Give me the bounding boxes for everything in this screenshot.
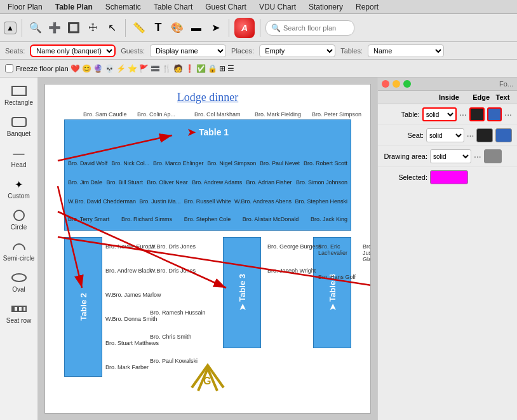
panel-drawing-select[interactable]: solid xyxy=(430,149,471,163)
t1-g16: W.Bro. Andreas Abens xyxy=(234,198,292,205)
sidebar-item-head[interactable]: — Head xyxy=(2,144,36,171)
toolbar: ▲ 🔍 ➕ 🔲 ☩ ↖ 📏 T 🎨 ▬ ➤ A 🔍 xyxy=(0,14,517,42)
window-minimize-button[interactable] xyxy=(393,80,400,88)
emoji-utensils[interactable]: 🍴 xyxy=(162,64,171,73)
panel-table-color2[interactable] xyxy=(487,107,502,121)
freeze-checkbox[interactable] xyxy=(5,64,13,72)
panel-seat-color2[interactable] xyxy=(495,128,512,142)
zoom-out-button[interactable]: 🔍 xyxy=(27,20,44,36)
oval-shape-icon xyxy=(10,271,29,285)
t4-guests: Bro. Justin Glass xyxy=(363,243,371,280)
panel-table-select[interactable]: solid xyxy=(422,107,457,121)
sidebar-rectangle-label: Rectangle xyxy=(4,99,33,106)
menu-floor-plan[interactable]: Floor Plan xyxy=(5,1,45,13)
arrow-button[interactable]: ➤ xyxy=(207,20,224,36)
canvas-area[interactable]: Lodge dinner Bro. Sam Caudle Bro. Colin … xyxy=(38,78,377,420)
t1-g7: Bro. Jim Dale xyxy=(68,179,102,186)
color-button[interactable]: 🎨 xyxy=(169,20,185,36)
t1-g6: Bro. Robert Scott xyxy=(304,160,347,166)
t1-g11: Bro. Adrian Fisher xyxy=(246,179,292,186)
table3-label: ➤ Table 3 xyxy=(238,274,247,311)
masonic-emblem: G xyxy=(185,356,230,400)
circle-shape-icon xyxy=(10,208,29,222)
menu-bar: Floor Plan Table Plan Schematic Table Ch… xyxy=(0,0,517,14)
select-button[interactable]: ↖ xyxy=(104,20,120,36)
panel-dots-5[interactable]: ··· xyxy=(474,151,481,161)
panel-seat-select[interactable]: solid xyxy=(426,128,464,142)
pan-icon: ☩ xyxy=(86,21,100,35)
t3-guests: Bro. George Burgess Bro. Joseph Wright xyxy=(267,243,321,274)
panel-table-color1[interactable] xyxy=(469,107,485,121)
search-box[interactable]: 🔍 xyxy=(265,20,354,36)
freeze-checkbox-container[interactable]: Freeze floor plan xyxy=(5,64,69,72)
t1-g4: Bro. Nigel Simpson xyxy=(207,160,256,166)
panel-drawing-color1[interactable] xyxy=(484,149,502,163)
seats-select[interactable]: Name only (banquet) xyxy=(30,44,116,57)
places-select[interactable]: Empty xyxy=(259,44,335,57)
floor-title: Lodge dinner xyxy=(45,85,370,107)
search-input[interactable] xyxy=(283,24,353,32)
zoom-fit-button[interactable]: 🔲 xyxy=(65,20,82,36)
menu-report[interactable]: Report xyxy=(353,1,381,13)
menu-table-chart[interactable]: Table Chart xyxy=(151,1,195,13)
emoji-heart[interactable]: ❤️ xyxy=(70,64,80,73)
tables-select[interactable]: Name xyxy=(368,44,444,57)
sidebar-item-oval[interactable]: Oval xyxy=(2,268,36,295)
sidebar-item-seatrow[interactable]: Seat row xyxy=(2,299,36,327)
panel-col-inside: Inside xyxy=(429,93,469,101)
emoji-lock[interactable]: 🔒 xyxy=(208,64,217,73)
shape-button[interactable]: ▬ xyxy=(188,20,205,36)
t1-g8: Bro. Bill Stuart xyxy=(106,179,143,186)
sidebar-item-circle[interactable]: Circle xyxy=(2,206,36,233)
emoji-person[interactable]: 🧑 xyxy=(173,64,183,73)
emoji-check[interactable]: ✅ xyxy=(196,64,206,73)
emoji-star[interactable]: ⭐ xyxy=(128,64,137,73)
emoji-flag[interactable]: 🚩 xyxy=(139,64,149,73)
menu-guest-chart[interactable]: Guest Chart xyxy=(203,1,249,13)
menu-schematic[interactable]: Schematic xyxy=(103,1,144,13)
menu-stationery[interactable]: Stationery xyxy=(306,1,346,13)
t1-g5: Bro. Paul Nevet xyxy=(260,160,300,166)
pan-button[interactable]: ☩ xyxy=(84,20,101,36)
menu-vdu-chart[interactable]: VDU Chart xyxy=(257,1,299,13)
sidebar-custom-label: Custom xyxy=(8,193,29,200)
emoji-smile[interactable]: 😊 xyxy=(82,64,91,73)
emoji-bolt[interactable]: ⚡ xyxy=(116,64,126,73)
panel-dots-3[interactable]: ··· xyxy=(467,130,474,140)
emoji-lines[interactable]: ☰ xyxy=(227,64,234,73)
panel-seat-color1[interactable] xyxy=(476,128,493,142)
panel-seat-label: Seat: xyxy=(383,132,424,139)
toolbar-separator-2 xyxy=(125,19,126,37)
guests-select[interactable]: Display name xyxy=(150,44,226,57)
head-shape-icon: — xyxy=(10,146,29,160)
guest-label-2: Bro. Colin Ap... xyxy=(137,111,175,118)
sidebar-item-rectangle[interactable]: Rectangle xyxy=(2,81,36,109)
sidebar-item-semicircle[interactable]: Semi-circle xyxy=(2,237,36,264)
window-close-button[interactable] xyxy=(382,80,389,88)
t2-guests-2: W.Bro. Dris Jones W.Bro. Dris Jones Bro.… xyxy=(150,243,206,364)
text-button[interactable]: T xyxy=(150,20,166,36)
ruler-button[interactable]: 📏 xyxy=(131,20,147,36)
arrow-icon: ➤ xyxy=(208,21,222,35)
panel-dots-1[interactable]: ··· xyxy=(459,109,467,119)
panel-table-label: Table: xyxy=(383,111,420,118)
menu-table-plan[interactable]: Table Plan xyxy=(53,1,95,13)
emoji-bar1[interactable]: 🟰 xyxy=(151,64,160,73)
emoji-purple-circle[interactable]: 🔮 xyxy=(93,64,103,73)
emoji-skull[interactable]: 💀 xyxy=(105,64,114,73)
panel-drawing-label: Drawing area: xyxy=(383,152,427,160)
main-area: Rectangle Banquet — Head ✦ Custom Circle xyxy=(0,78,517,420)
emoji-exclaim[interactable]: ❗ xyxy=(185,64,194,73)
t1-g3: Bro. Marco Ehlinger xyxy=(153,160,204,166)
t1-g20: Bro. Stephen Cole xyxy=(184,216,231,222)
t1-g12: Bro. Simon Johnson xyxy=(296,179,347,186)
emoji-grid[interactable]: ⊞ xyxy=(219,64,225,73)
zoom-in-button[interactable]: ➕ xyxy=(46,20,63,36)
sidebar-item-custom[interactable]: ✦ Custom xyxy=(2,175,36,202)
panel-selected-color[interactable] xyxy=(430,170,468,184)
panel-dots-2[interactable]: ··· xyxy=(504,109,512,119)
ruler-icon: 📏 xyxy=(132,21,146,35)
up-arrow-button[interactable]: ▲ xyxy=(4,22,17,34)
window-maximize-button[interactable] xyxy=(403,80,411,88)
sidebar-item-banquet[interactable]: Banquet xyxy=(2,112,36,140)
